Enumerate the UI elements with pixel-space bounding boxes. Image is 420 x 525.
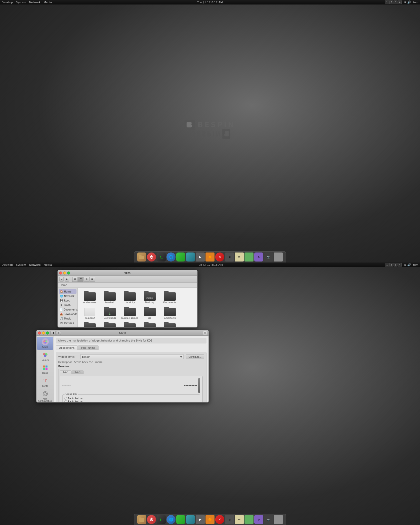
file-item-beshell[interactable]: be-shell	[100, 290, 119, 305]
dock-app1-icon[interactable]	[176, 252, 185, 262]
style-min-btn[interactable]	[42, 332, 45, 334]
preview-tab1[interactable]: Tab 1	[60, 370, 72, 374]
dock-b-power-icon[interactable]: ⏻	[147, 515, 156, 524]
dock-terminal-icon[interactable]: $_	[157, 252, 166, 262]
sidebar-item-trash[interactable]: 🗑 Trash	[59, 303, 76, 307]
workspace-2[interactable]: 2	[389, 0, 393, 4]
sidebar-item-gtk[interactable]: Gtk Configuration	[37, 389, 53, 402]
sidebar-item-colors[interactable]: Colors	[37, 350, 53, 363]
dock-folder-icon[interactable]	[137, 252, 146, 262]
menu-desktop-b[interactable]: Desktop	[2, 263, 13, 266]
file-item-jamestown[interactable]: jamestown	[160, 306, 179, 320]
dock-b-stop-icon[interactable]: ✕	[215, 515, 224, 524]
menu-system[interactable]: System	[16, 1, 26, 4]
file-item-lightgreyness[interactable]: Light-Greyness	[120, 321, 139, 327]
file-item-humblegames[interactable]: humble games	[120, 306, 139, 320]
speaker-icon[interactable]: 🔊	[407, 0, 411, 4]
radio2-circle[interactable]	[64, 400, 67, 402]
sidebar-item-pictures[interactable]: 🖼 Pictures	[59, 321, 76, 325]
tab-fine-tuning[interactable]: Fine Tuning	[78, 346, 98, 350]
sidebar-item-music[interactable]: 🎵 Music	[59, 316, 76, 321]
widget-style-select[interactable]: Bespin ▼	[80, 354, 184, 359]
dock-b-app3-icon[interactable]	[244, 515, 254, 524]
preview-view-button[interactable]: ▦	[90, 277, 95, 282]
maximize-button[interactable]	[67, 272, 70, 274]
sidebar-item-style[interactable]: Style	[37, 337, 53, 350]
breadcrumb-home[interactable]: Home	[60, 284, 67, 286]
dock-video-icon[interactable]: ▶	[196, 252, 205, 262]
dock-b-vlc-icon[interactable]: 🔶	[206, 515, 214, 524]
file-item-dolpher2[interactable]: dolpher2	[80, 306, 99, 320]
workspace-1[interactable]: 1	[385, 0, 389, 4]
dock-kde-icon[interactable]: ⚙	[254, 252, 263, 262]
menu-desktop[interactable]: Desktop	[2, 1, 13, 4]
dock-b-camera-icon[interactable]: 📷	[264, 515, 273, 524]
dock-b-app1-icon[interactable]	[176, 515, 185, 524]
file-item-mygsthemes[interactable]: my gs themes	[160, 321, 179, 327]
preview-tab2[interactable]: Tab 2	[72, 370, 84, 374]
sidebar-item-downloads[interactable]: 📥 Downloads	[59, 312, 76, 316]
menu-system-b[interactable]: System	[16, 263, 26, 266]
sidebar-item-fonts[interactable]: T Fonts	[37, 376, 53, 389]
dock-camera-icon[interactable]: 📷	[264, 252, 273, 262]
dock-display-icon[interactable]: 🖥	[225, 252, 234, 262]
workspace-b1[interactable]: 1	[385, 263, 389, 266]
style-back-btn[interactable]: ◀	[50, 331, 56, 335]
dock-vlc-icon[interactable]: 🔶	[206, 252, 214, 262]
scrollbar-preview[interactable]	[198, 378, 200, 393]
dock-clipboard-icon[interactable]	[274, 252, 283, 262]
dock-pen-icon[interactable]: ✏️	[235, 252, 244, 262]
dock-b-display-icon[interactable]: 🖥	[225, 515, 234, 524]
file-item-downloads[interactable]: ↓ Downloads	[100, 306, 119, 320]
menu-network-b[interactable]: Network	[29, 263, 40, 266]
radio1-circle[interactable]	[64, 397, 67, 400]
file-item-audiobooks[interactable]: Audiobooks	[80, 290, 99, 305]
sidebar-item-home[interactable]: 🏠 Home	[59, 289, 76, 294]
dock-b-folder-icon[interactable]	[137, 515, 146, 524]
workspace-b3[interactable]: 3	[394, 263, 398, 266]
sidebar-item-network[interactable]: 🌐 Network	[59, 294, 76, 298]
file-item-cloudcity[interactable]: cloudcity	[120, 290, 139, 305]
minimize-button[interactable]	[63, 272, 66, 274]
workspace-3[interactable]: 3	[394, 0, 398, 4]
dock-b-clipboard-icon[interactable]	[274, 515, 283, 524]
dock-b-kde-icon[interactable]: ⚙	[254, 515, 263, 524]
dock-b-app2-icon[interactable]	[186, 515, 195, 524]
style-close-btn[interactable]	[38, 332, 41, 334]
menu-media-b[interactable]: Media	[44, 263, 52, 266]
style-max-btn[interactable]	[46, 332, 49, 334]
dock-b-browser-icon[interactable]: 🌐	[166, 515, 176, 524]
dock-b-pen-icon[interactable]: ✏️	[235, 515, 244, 524]
workspace-b2[interactable]: 2	[389, 263, 393, 266]
file-item-documents[interactable]: Documents	[160, 290, 179, 305]
dock-browser-icon[interactable]: 🌐	[166, 252, 176, 262]
dock-b-video-icon[interactable]: ▶	[196, 515, 205, 524]
back-button[interactable]: ◀	[59, 277, 64, 282]
workspace-b4[interactable]: 4	[398, 263, 402, 266]
detail-view-button[interactable]: ☰	[78, 277, 84, 282]
workspace-4[interactable]: 4	[398, 0, 402, 4]
file-item-iso[interactable]: iso	[140, 306, 159, 320]
dock-power-icon[interactable]: ⏻	[147, 252, 156, 262]
dock-b-terminal-icon[interactable]: $_	[157, 515, 166, 524]
dock-stop-icon[interactable]: ✕	[215, 252, 224, 262]
menu-network[interactable]: Network	[29, 1, 40, 4]
tab-applications[interactable]: Applications	[56, 346, 78, 350]
speaker-icon-b[interactable]: 🔊	[407, 263, 411, 266]
file-item-keypass[interactable]: keypass	[80, 321, 99, 327]
file-item-desktop[interactable]: DESK Desktop	[140, 290, 159, 305]
file-item-kmymoney[interactable]: kmymoney backup	[100, 321, 119, 327]
menu-media[interactable]: Media	[44, 1, 52, 4]
file-item-music[interactable]: Music	[140, 321, 159, 327]
style-forward-btn[interactable]: ▶	[56, 331, 61, 335]
sidebar-item-icons[interactable]: Icons	[37, 363, 53, 376]
dock-app2-icon[interactable]	[186, 252, 195, 262]
sidebar-item-documents[interactable]: 📄 Documents	[59, 307, 76, 312]
forward-button[interactable]: ▶	[65, 277, 69, 282]
dock-app3-icon[interactable]	[244, 252, 254, 262]
configure-button[interactable]: Configure...	[186, 354, 204, 359]
column-view-button[interactable]: ⊟	[84, 277, 89, 282]
close-button[interactable]	[59, 272, 62, 274]
sidebar-item-root[interactable]: 💾 Root	[59, 298, 76, 303]
icon-view-button[interactable]: ⊞	[72, 277, 78, 282]
